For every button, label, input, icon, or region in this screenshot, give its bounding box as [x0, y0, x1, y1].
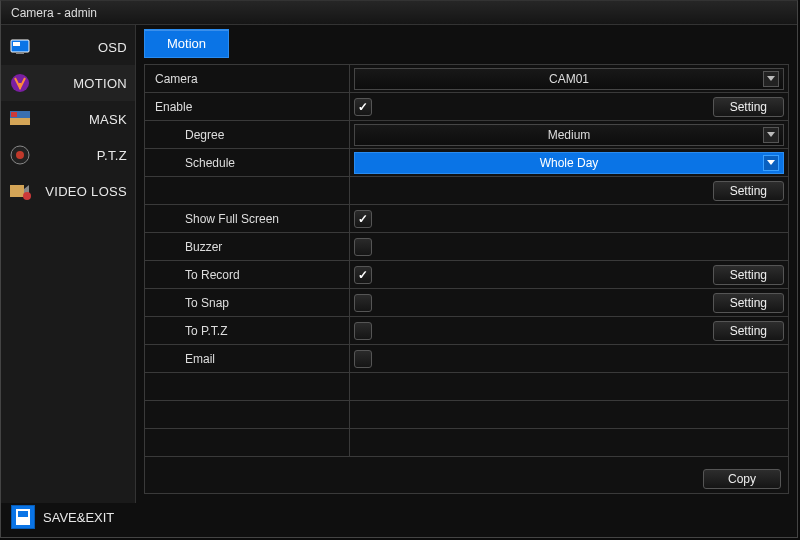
to-ptz-checkbox[interactable]	[354, 322, 372, 340]
copy-button-area: Copy	[703, 469, 781, 489]
motion-icon	[9, 72, 31, 94]
row-schedule-setting: Setting	[145, 177, 788, 205]
svg-point-11	[23, 192, 31, 200]
degree-dropdown-value: Medium	[548, 128, 591, 142]
label-show-full-screen: Show Full Screen	[145, 205, 350, 232]
tabs: Motion	[136, 25, 797, 58]
row-schedule: Schedule Whole Day	[145, 149, 788, 177]
label-camera: Camera	[145, 65, 350, 92]
value-to-record: Setting	[350, 261, 788, 288]
value-to-snap: Setting	[350, 289, 788, 316]
row-show-full-screen: Show Full Screen	[145, 205, 788, 233]
camera-dropdown-value: CAM01	[549, 72, 589, 86]
to-snap-checkbox[interactable]	[354, 294, 372, 312]
row-buzzer: Buzzer	[145, 233, 788, 261]
email-checkbox[interactable]	[354, 350, 372, 368]
label-empty	[145, 177, 350, 204]
sidebar-item-label: MOTION	[39, 76, 127, 91]
value-buzzer	[350, 233, 788, 260]
value-enable: Setting	[350, 93, 788, 120]
degree-dropdown[interactable]: Medium	[354, 124, 784, 146]
enable-checkbox[interactable]	[354, 98, 372, 116]
video-loss-icon	[9, 180, 31, 202]
window-title: Camera - admin	[11, 6, 97, 20]
main: Motion Camera CAM01 Enable	[136, 25, 797, 503]
sidebar-item-ptz[interactable]: P.T.Z	[1, 137, 135, 173]
mask-icon	[9, 108, 31, 130]
sidebar-item-label: MASK	[39, 112, 127, 127]
row-empty	[145, 373, 788, 401]
value-schedule: Whole Day	[350, 149, 788, 176]
to-snap-setting-button[interactable]: Setting	[713, 293, 784, 313]
copy-button[interactable]: Copy	[703, 469, 781, 489]
value-schedule-setting: Setting	[350, 177, 788, 204]
schedule-setting-button[interactable]: Setting	[713, 181, 784, 201]
sidebar-item-motion[interactable]: MOTION	[1, 65, 135, 101]
body: OSD MOTION MASK P.T.Z VIDEO LOSS Motion	[1, 25, 797, 503]
save-icon[interactable]	[11, 505, 35, 529]
footer: SAVE&EXIT	[1, 503, 797, 537]
svg-rect-1	[13, 42, 20, 46]
row-enable: Enable Setting	[145, 93, 788, 121]
label-degree: Degree	[145, 121, 350, 148]
chevron-down-icon	[763, 71, 779, 87]
svg-rect-6	[11, 112, 17, 117]
row-empty	[145, 429, 788, 457]
to-record-checkbox[interactable]	[354, 266, 372, 284]
sidebar-item-label: P.T.Z	[39, 148, 127, 163]
sidebar: OSD MOTION MASK P.T.Z VIDEO LOSS	[1, 25, 136, 503]
ptz-icon	[9, 144, 31, 166]
label-buzzer: Buzzer	[145, 233, 350, 260]
label-schedule: Schedule	[145, 149, 350, 176]
show-full-screen-checkbox[interactable]	[354, 210, 372, 228]
sidebar-item-osd[interactable]: OSD	[1, 29, 135, 65]
sidebar-item-label: OSD	[39, 40, 127, 55]
svg-rect-2	[16, 52, 24, 54]
save-exit-button[interactable]: SAVE&EXIT	[43, 510, 114, 525]
label-to-snap: To Snap	[145, 289, 350, 316]
value-to-ptz: Setting	[350, 317, 788, 344]
tab-motion[interactable]: Motion	[144, 29, 229, 58]
osd-icon	[9, 36, 31, 58]
chevron-down-icon	[763, 155, 779, 171]
label-email: Email	[145, 345, 350, 372]
titlebar: Camera - admin	[1, 1, 797, 25]
label-enable: Enable	[145, 93, 350, 120]
sidebar-item-label: VIDEO LOSS	[39, 184, 127, 199]
schedule-dropdown-value: Whole Day	[540, 156, 599, 170]
sidebar-item-mask[interactable]: MASK	[1, 101, 135, 137]
chevron-down-icon	[763, 127, 779, 143]
value-degree: Medium	[350, 121, 788, 148]
camera-dropdown[interactable]: CAM01	[354, 68, 784, 90]
row-empty	[145, 401, 788, 429]
row-camera: Camera CAM01	[145, 65, 788, 93]
row-to-snap: To Snap Setting	[145, 289, 788, 317]
value-show-full-screen	[350, 205, 788, 232]
buzzer-checkbox[interactable]	[354, 238, 372, 256]
schedule-dropdown[interactable]: Whole Day	[354, 152, 784, 174]
value-camera: CAM01	[350, 65, 788, 92]
to-record-setting-button[interactable]: Setting	[713, 265, 784, 285]
svg-rect-5	[10, 118, 30, 125]
window: Camera - admin OSD MOTION MASK P.T.Z VID…	[0, 0, 798, 538]
row-to-record: To Record Setting	[145, 261, 788, 289]
sidebar-item-video-loss[interactable]: VIDEO LOSS	[1, 173, 135, 209]
value-email	[350, 345, 788, 372]
svg-rect-9	[10, 185, 24, 197]
to-ptz-setting-button[interactable]: Setting	[713, 321, 784, 341]
label-to-ptz: To P.T.Z	[145, 317, 350, 344]
svg-point-8	[16, 151, 24, 159]
settings-panel: Camera CAM01 Enable Setting	[144, 64, 789, 494]
row-email: Email	[145, 345, 788, 373]
row-to-ptz: To P.T.Z Setting	[145, 317, 788, 345]
row-empty	[145, 457, 788, 485]
row-degree: Degree Medium	[145, 121, 788, 149]
label-to-record: To Record	[145, 261, 350, 288]
enable-setting-button[interactable]: Setting	[713, 97, 784, 117]
